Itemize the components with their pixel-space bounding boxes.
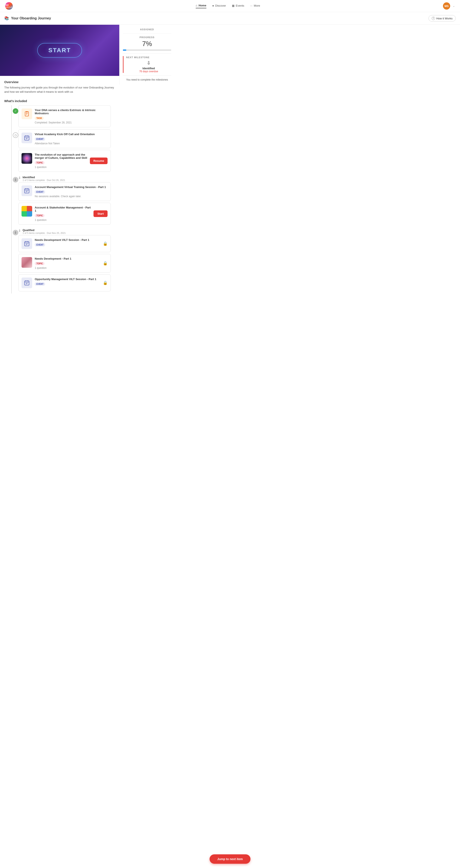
- task-badge: TASK: [35, 117, 44, 120]
- item-kickoff-title: Virtual Academy Kick Off Call and Orient…: [35, 132, 107, 136]
- topic-badge-needs: TOPIC: [35, 262, 44, 265]
- event-badge: EVENT: [35, 137, 45, 141]
- event-icon-needs: [22, 238, 32, 249]
- main-layout: START Overview The following journey wil…: [0, 25, 460, 313]
- item-needs-dev-title: Needs Development - Part 1: [35, 257, 100, 260]
- dots-icon: ···: [250, 4, 253, 7]
- item-evolution-content: The evolution of our approach and the me…: [35, 153, 87, 168]
- event-icon-opp: [22, 278, 32, 288]
- overview-section: Overview The following journey will guid…: [0, 76, 119, 96]
- avatar[interactable]: MS: [443, 2, 450, 9]
- needs-topic-image-inner: [22, 257, 32, 268]
- nav-home[interactable]: ⌂ Home: [196, 4, 206, 8]
- item-acct-title: Account Management Virtual Training Sess…: [35, 185, 107, 189]
- milestone-qualified-sub: 1 of 5 items complete · Due Nov 25, 2021: [23, 232, 66, 234]
- item-stakeholder-content: Account & Stakeholder Management - Part …: [35, 206, 91, 221]
- content-area: START Overview The following journey wil…: [0, 25, 119, 313]
- item-opp-title: Opportunity Management ViLT Session - Pa…: [35, 278, 100, 281]
- item-needs-vilt-title: Needs Development VILT Session - Part 1: [35, 238, 100, 242]
- start-button[interactable]: Start: [94, 210, 107, 217]
- home-icon: ⌂: [196, 4, 197, 7]
- item-stakeholder-meta: 1 question: [35, 218, 91, 221]
- milestone-qualified-name: Qualified: [23, 228, 66, 232]
- calendar-icon-needs: [24, 241, 30, 247]
- page-header: 📚 Your Oboarding Journey ? How it Works: [0, 12, 460, 25]
- item-acct-stakeholder: Account & Stakeholder Management - Part …: [18, 203, 111, 225]
- timeline-group-qualified: ⇩ ⇩ Qualified 1 of 5 items complete · Du…: [8, 227, 111, 291]
- search-icon: ●: [212, 4, 214, 7]
- nav-more[interactable]: ··· More: [250, 4, 260, 8]
- topic-image-needs: [22, 257, 32, 268]
- logo-icon: biz GROUP: [5, 2, 13, 10]
- hero-start-button: START: [37, 43, 82, 58]
- item-evolution: The evolution of our approach and the me…: [18, 150, 111, 172]
- milestone-sidebar-overdue: 76 days overdue: [126, 70, 171, 73]
- milestone-download-icon: ⇩: [126, 60, 171, 66]
- event-icon-acct: [22, 185, 32, 196]
- milestone-identified-icon: ⇩: [18, 176, 21, 180]
- whats-included-section: What's included ✓: [0, 96, 119, 313]
- calendar-event-icon: [24, 135, 30, 141]
- timeline-group-kickoff: ◷: [8, 129, 111, 172]
- overview-title: Overview: [4, 80, 115, 84]
- milestone-sidebar-name: Identified: [126, 67, 171, 70]
- event-badge-opp: EVENT: [35, 282, 45, 286]
- milestone-identified-text: Identified 1 of 3 items complete · Due O…: [23, 176, 65, 181]
- event-icon-wrap: [22, 132, 32, 143]
- milestone-qualified-text: Qualified 1 of 5 items complete · Due No…: [23, 228, 66, 234]
- topic-badge-stakeholder: TOPIC: [35, 214, 44, 217]
- how-it-works-button[interactable]: ? How it Works: [428, 15, 456, 22]
- chevron-down-icon[interactable]: ⌄: [453, 4, 455, 7]
- group-kickoff-content: Virtual Academy Kick Off Call and Orient…: [18, 129, 111, 172]
- item-opp-content: Opportunity Management ViLT Session - Pa…: [35, 278, 100, 287]
- section-title: What's included: [4, 99, 115, 103]
- item-kickoff-meta: Attendance Not Taken: [35, 142, 107, 145]
- progress-value: 7%: [123, 40, 171, 48]
- item-stakeholder-action: Start: [94, 210, 107, 217]
- item-kickoff: Virtual Academy Kick Off Call and Orient…: [18, 129, 111, 148]
- item-evolution-action: Resume: [90, 158, 107, 164]
- item-dna: Your DNA verses a clients Extrinsic & In…: [18, 105, 111, 127]
- item-needs-vilt-lock: 🔒: [103, 241, 107, 246]
- lock-icon-needs-vilt: 🔒: [103, 242, 107, 246]
- event-badge-acct: EVENT: [35, 190, 45, 193]
- item-needs-dev-lock: 🔒: [103, 261, 107, 266]
- logo[interactable]: biz GROUP: [5, 2, 13, 10]
- milestone-sidebar-text: You need to complete the milestones: [123, 78, 171, 81]
- timeline-node-completed: ✓: [13, 108, 18, 114]
- calendar-icon-acct: [24, 188, 30, 194]
- next-milestone-label: NEXT MILESTONE: [126, 56, 171, 59]
- svg-rect-0: [25, 112, 29, 116]
- group-start-content: Your DNA verses a clients Extrinsic & In…: [18, 105, 111, 127]
- item-needs-vilt-content: Needs Development VILT Session - Part 1 …: [35, 238, 100, 248]
- matrix-image: [22, 206, 32, 217]
- milestone-identified-sub: 1 of 3 items complete · Due Oct 26, 2021: [23, 179, 65, 181]
- item-dna-title: Your DNA verses a clients Extrinsic & In…: [35, 108, 107, 115]
- question-icon: ?: [432, 17, 435, 20]
- timeline-group-start: ✓: [8, 105, 111, 127]
- item-kickoff-content: Virtual Academy Kick Off Call and Orient…: [35, 132, 107, 145]
- nav-right: MS ⌄: [443, 2, 455, 9]
- nav-events[interactable]: ▦ Events: [232, 4, 244, 8]
- topic-image-inner: [22, 153, 32, 164]
- topic-image-evolution: [22, 153, 32, 164]
- item-opp-mgmt: Opportunity Management ViLT Session - Pa…: [18, 274, 111, 291]
- resume-button[interactable]: Resume: [90, 158, 107, 164]
- clipboard-icon: [24, 111, 30, 117]
- milestone-qualified-icon: ⇩: [18, 229, 21, 232]
- item-opp-lock: 🔒: [103, 281, 107, 285]
- navigation: biz GROUP ⌂ Home ● Discover ▦ Events ···…: [0, 0, 460, 12]
- milestone-identified-header: ⇩ Identified 1 of 3 items complete · Due…: [18, 174, 111, 182]
- book-icon: 📚: [4, 16, 9, 21]
- timeline-node-identified: ⇩: [13, 177, 18, 183]
- item-acct-content: Account Management Virtual Training Sess…: [35, 185, 107, 198]
- event-badge-needs: EVENT: [35, 243, 45, 246]
- item-acct-mgmt: Account Management Virtual Training Sess…: [18, 182, 111, 201]
- timeline: ✓: [4, 105, 115, 311]
- milestone-identified-name: Identified: [23, 176, 65, 179]
- progress-bar-fill: [123, 50, 126, 51]
- item-evolution-meta: 1 question: [35, 166, 87, 168]
- item-evolution-title: The evolution of our approach and the me…: [35, 153, 87, 159]
- nav-discover[interactable]: ● Discover: [212, 4, 226, 8]
- item-acct-meta: No sessions available. Check again later…: [35, 195, 107, 198]
